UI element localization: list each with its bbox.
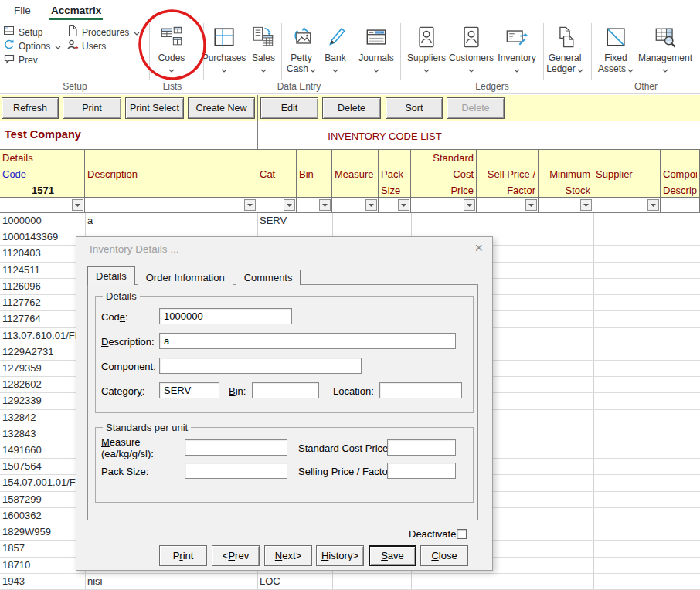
edit-button[interactable]: Edit: [260, 97, 318, 119]
column-header-supplier: Supplier: [593, 150, 661, 198]
pack-size-input[interactable]: [185, 463, 287, 479]
sort-button[interactable]: Sort: [386, 97, 443, 119]
selling-price-label: Selling Price / Factor:: [298, 466, 394, 477]
filter-dropdown-button[interactable]: [647, 199, 659, 211]
code-cell[interactable]: 1600362: [2, 510, 83, 521]
filter-dropdown-button[interactable]: [284, 199, 295, 211]
ribbon-tab-accmatrix[interactable]: Accmatrix: [48, 3, 104, 18]
filter-dropdown-button[interactable]: [580, 199, 592, 211]
filter-cell-code: [0, 198, 85, 212]
code-cell[interactable]: 1292339: [2, 395, 83, 406]
tab-order-information[interactable]: Order Information: [138, 270, 233, 285]
create-new-button[interactable]: Create New: [188, 97, 255, 119]
save-button[interactable]: Save: [369, 545, 416, 566]
header-line: Standard: [413, 150, 474, 166]
management-button[interactable]: Management: [630, 22, 700, 75]
description-input[interactable]: [159, 333, 456, 349]
details-group-title: Details: [103, 290, 140, 302]
header-line: Bin: [299, 166, 329, 182]
company-name: Test Company: [5, 128, 81, 141]
header-line: Measure: [335, 166, 375, 182]
header-line: [87, 150, 254, 166]
code-cell[interactable]: 1587299: [2, 493, 83, 505]
close-icon[interactable]: ×: [474, 240, 483, 256]
code-cell[interactable]: 1120403: [2, 247, 83, 259]
standard-cost-input[interactable]: [387, 439, 456, 456]
filter-dropdown-button[interactable]: [244, 199, 256, 211]
filter-dropdown-button[interactable]: [398, 199, 409, 211]
code-cell[interactable]: 1857: [2, 542, 83, 554]
code-cell[interactable]: 1124511: [2, 264, 83, 276]
users-button[interactable]: Users: [66, 39, 106, 53]
filter-dropdown-button[interactable]: [365, 199, 377, 211]
code-cell[interactable]: 1127762: [2, 297, 83, 308]
description-cell[interactable]: nisi: [87, 575, 255, 587]
print-button[interactable]: Print: [63, 97, 121, 119]
filter-dropdown-button[interactable]: [464, 199, 475, 211]
code-cell[interactable]: 1491660: [2, 444, 83, 456]
code-cell[interactable]: 1126096: [2, 280, 83, 292]
bin-label: Bin:: [229, 385, 246, 397]
description-cell[interactable]: a: [87, 215, 255, 226]
report-title-row: Test Company INVENTORY CODE LIST: [0, 121, 700, 149]
code-cell[interactable]: 1229A2731: [2, 346, 83, 358]
code-cell[interactable]: 18710: [2, 559, 83, 571]
ribbon-group-divider: [543, 23, 544, 80]
code-cell[interactable]: 1000000: [2, 215, 83, 226]
print-button[interactable]: Print: [159, 545, 207, 566]
filter-dropdown-button[interactable]: [319, 199, 331, 211]
delete-button[interactable]: Delete: [322, 97, 381, 119]
header-line: Descrip: [663, 182, 697, 198]
filter-dropdown-button[interactable]: [525, 199, 537, 211]
filter-cell-description: [85, 198, 257, 212]
column-header-minimum-stock: MinimumStock: [539, 150, 593, 198]
header-line: Factor: [479, 182, 535, 198]
selling-price-input[interactable]: [387, 463, 456, 479]
refresh-button[interactable]: Refresh: [2, 97, 59, 119]
ribbon-tab-file[interactable]: File: [11, 3, 34, 18]
filter-cell-measure: [332, 198, 379, 212]
code-cell[interactable]: 1282602: [2, 378, 83, 390]
header-line: [479, 150, 535, 166]
tab-details[interactable]: Details: [87, 266, 135, 285]
location-input[interactable]: [379, 382, 462, 398]
options-button[interactable]: Options: [3, 39, 61, 53]
print-select-button[interactable]: Print Select: [125, 97, 184, 119]
grid-row: 1943nisiLOC: [0, 574, 700, 590]
component-input[interactable]: [159, 358, 362, 374]
filter-dropdown-button[interactable]: [72, 199, 83, 211]
prev-button[interactable]: Prev: [3, 53, 38, 66]
deactivate-checkbox[interactable]: [457, 529, 467, 539]
setup-button[interactable]: Setup: [3, 25, 42, 39]
measure-label-units: (ea/kg/g/sl):: [101, 448, 154, 459]
code-input[interactable]: [159, 308, 292, 324]
ribbon-group-divider: [400, 23, 401, 80]
code-cell[interactable]: 113.07.610.01/FN: [2, 330, 83, 341]
code-cell[interactable]: 1127764: [2, 313, 83, 324]
next-button[interactable]: Next>: [264, 545, 312, 566]
filter-cell-standard-cost-price: [411, 198, 477, 212]
measure-input[interactable]: [185, 439, 287, 456]
code-cell[interactable]: 132843: [2, 428, 83, 439]
code-cell[interactable]: 1507564: [2, 460, 83, 472]
header-line: Pack: [381, 166, 408, 182]
inventory-details-dialog: Inventory Details ... × DetailsOrder Inf…: [76, 236, 493, 571]
code-cell[interactable]: 154.07.001.01/FN: [2, 476, 83, 488]
category-input[interactable]: [159, 382, 219, 398]
tab-comments[interactable]: Comments: [236, 270, 301, 285]
code-cell[interactable]: 1943: [2, 575, 83, 587]
bin-input[interactable]: [252, 382, 319, 398]
close-button[interactable]: Close: [420, 545, 468, 566]
code-cell[interactable]: 1279359: [2, 362, 83, 374]
options-icon: [3, 39, 15, 53]
code-cell[interactable]: 132842: [2, 412, 83, 423]
procedures-button[interactable]: Procedures: [66, 25, 140, 39]
prev-button[interactable]: < Prev: [212, 545, 260, 566]
history-button[interactable]: History>: [316, 545, 364, 566]
code-cell[interactable]: 1000143369: [2, 231, 83, 242]
button-label: Management: [630, 53, 700, 63]
category-cell[interactable]: LOC: [260, 575, 294, 587]
ribbon-group-divider: [203, 23, 204, 80]
category-cell[interactable]: SERV: [260, 215, 294, 226]
code-cell[interactable]: 1829W959: [2, 526, 83, 537]
